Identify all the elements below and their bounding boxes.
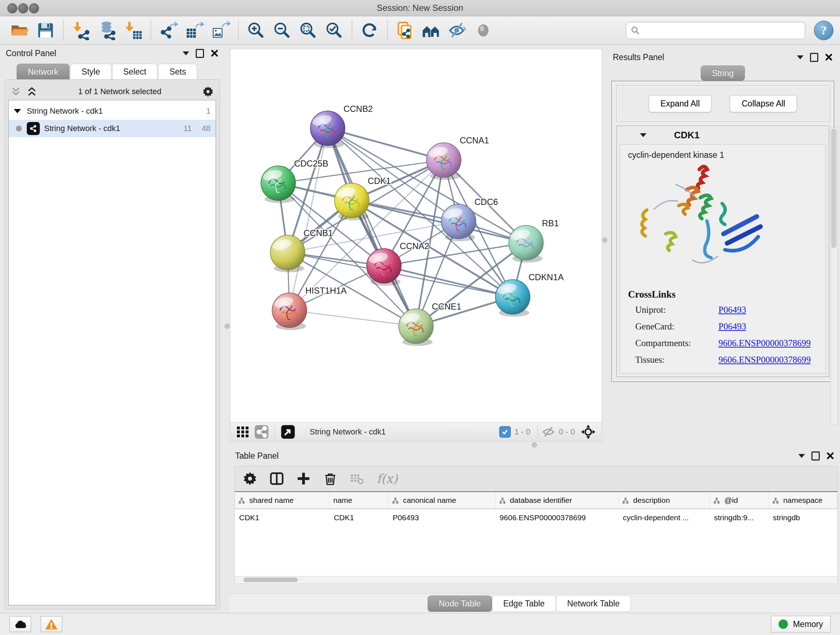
column-header-canonical-name[interactable]: canonical name — [388, 492, 495, 509]
close-panel-button[interactable] — [825, 53, 833, 61]
tree-expand-icon[interactable] — [14, 109, 21, 113]
tab-node-table[interactable]: Node Table — [428, 595, 492, 612]
help-button[interactable]: ? — [814, 21, 834, 40]
delete-column-icon[interactable] — [323, 471, 338, 486]
expand-all-button[interactable]: Expand All — [649, 95, 712, 112]
node-table[interactable]: shared namenamecanonical namedatabase id… — [235, 491, 837, 576]
table-cell[interactable]: P06493 — [388, 509, 495, 527]
close-panel-button[interactable] — [826, 452, 834, 460]
table-horizontal-scrollbar[interactable] — [235, 576, 837, 584]
scrollbar-thumb[interactable] — [243, 578, 298, 582]
vertical-splitter-right[interactable] — [602, 45, 607, 442]
vertical-splitter-left[interactable] — [224, 45, 229, 613]
warning-status-button[interactable] — [41, 616, 62, 632]
splitter-handle[interactable] — [532, 442, 537, 448]
export-view-button[interactable] — [281, 424, 295, 439]
table-cell[interactable]: 9606.ENSP00000378699 — [495, 509, 619, 527]
table-cell[interactable]: CDK1 — [235, 509, 330, 527]
collapse-all-icon[interactable] — [11, 86, 21, 97]
collapse-panel-button[interactable] — [183, 51, 189, 55]
edge-ccnb2-hist1h1a[interactable] — [289, 128, 328, 310]
node-cdk1[interactable]: CDK1 — [335, 176, 391, 220]
tab-edge-table[interactable]: Edge Table — [492, 595, 556, 612]
table-cell[interactable]: CDK1 — [330, 509, 388, 527]
import-network-database-button[interactable] — [96, 19, 118, 42]
float-panel-button[interactable] — [810, 53, 818, 62]
crosslink-link[interactable]: P06493 — [718, 321, 746, 332]
grid-view-button[interactable] — [236, 425, 250, 439]
tab-network-table[interactable]: Network Table — [556, 595, 631, 612]
tab-select[interactable]: Select — [112, 64, 158, 79]
close-window-button[interactable] — [7, 3, 17, 13]
table-cell[interactable]: stringdb — [769, 509, 837, 527]
import-table-file-button[interactable] — [122, 19, 144, 42]
hide-selected-button[interactable] — [446, 19, 469, 42]
column-header-id[interactable]: @id — [710, 492, 769, 509]
crosslink-link[interactable]: P06493 — [718, 305, 746, 315]
birdseye-view-button[interactable] — [581, 424, 596, 440]
network-row[interactable]: String Network - cdk1 11 48 — [9, 120, 216, 137]
zoom-window-button[interactable] — [29, 3, 39, 13]
close-panel-button[interactable] — [210, 49, 218, 57]
export-table-button[interactable] — [183, 19, 206, 42]
selected-checkbox[interactable] — [499, 426, 511, 438]
splitter-handle[interactable] — [225, 324, 230, 329]
table-cell[interactable]: cyclin-dependent ... — [619, 509, 710, 527]
show-columns-icon[interactable] — [270, 471, 284, 486]
tab-style[interactable]: Style — [70, 64, 111, 79]
tab-string[interactable]: String — [701, 65, 745, 81]
export-network-button[interactable] — [157, 19, 180, 42]
crosslink-link[interactable]: 9606.ENSP00000378699 — [718, 355, 811, 365]
tab-network[interactable]: Network — [17, 64, 69, 79]
new-network-from-selection-button[interactable] — [394, 19, 416, 42]
gear-icon[interactable] — [243, 471, 257, 486]
open-session-button[interactable] — [8, 19, 31, 42]
splitter-handle[interactable] — [602, 238, 607, 242]
expand-all-icon[interactable] — [27, 86, 37, 97]
network-collection-row[interactable]: String Network - cdk1 1 — [9, 103, 216, 120]
float-panel-button[interactable] — [196, 49, 204, 58]
search-input[interactable] — [644, 25, 801, 35]
show-all-button[interactable] — [472, 19, 494, 42]
crosslink-link[interactable]: 9606.ENSP00000378699 — [718, 338, 811, 348]
cloud-status-button[interactable] — [9, 616, 31, 632]
column-header-name[interactable]: name — [330, 492, 388, 509]
column-header-description[interactable]: description — [619, 492, 710, 509]
minimize-window-button[interactable] — [18, 3, 28, 13]
gear-icon[interactable] — [202, 86, 214, 97]
column-header-namespace[interactable]: namespace — [769, 492, 837, 509]
results-scrollbar[interactable] — [831, 127, 838, 425]
table-cell[interactable]: stringdb:9... — [710, 509, 769, 527]
zoom-selected-button[interactable] — [323, 19, 346, 42]
collapse-panel-button[interactable] — [797, 55, 804, 59]
network-canvas[interactable]: CCNB2CCNA1CDC25BCDK1CDC6RB1CCNB1CCNA2CDK… — [230, 49, 602, 422]
crosslink-link[interactable]: P06493 — [718, 371, 746, 374]
float-panel-button[interactable] — [812, 451, 820, 461]
horizontal-splitter[interactable] — [229, 442, 840, 448]
save-session-button[interactable] — [34, 19, 57, 42]
gene-section-header[interactable]: CDK1 — [617, 126, 829, 144]
table-row[interactable]: CDK1CDK1P064939606.ENSP00000378699cyclin… — [235, 509, 837, 527]
network-view-mode-button[interactable] — [254, 424, 269, 439]
node-cdkn1a[interactable]: CDKN1A — [495, 272, 564, 317]
zoom-in-button[interactable] — [245, 19, 267, 42]
collapse-all-button[interactable]: Collapse All — [729, 95, 797, 112]
memory-button[interactable]: Memory — [771, 616, 831, 632]
export-image-button[interactable] — [210, 19, 232, 42]
import-network-file-button[interactable] — [70, 19, 92, 42]
collapse-panel-button[interactable] — [798, 454, 805, 458]
collapse-section-icon[interactable] — [640, 133, 646, 137]
column-header-database-identifier[interactable]: database identifier — [495, 492, 619, 509]
edge-hist1h1a-ccne1[interactable] — [289, 310, 416, 326]
column-header-shared-name[interactable]: shared name — [235, 492, 330, 509]
node-hist1h1a[interactable]: HIST1H1A — [272, 286, 347, 330]
node-rb1[interactable]: RB1 — [508, 218, 559, 263]
scrollbar-thumb[interactable] — [831, 128, 836, 248]
edge-ccnb2-ccne1[interactable] — [328, 128, 416, 326]
first-neighbors-button[interactable] — [420, 19, 442, 42]
zoom-fit-button[interactable] — [297, 19, 319, 42]
zoom-out-button[interactable] — [271, 19, 294, 42]
create-column-icon[interactable] — [296, 471, 311, 486]
tab-sets[interactable]: Sets — [158, 64, 197, 79]
apply-layout-button[interactable] — [358, 19, 381, 42]
